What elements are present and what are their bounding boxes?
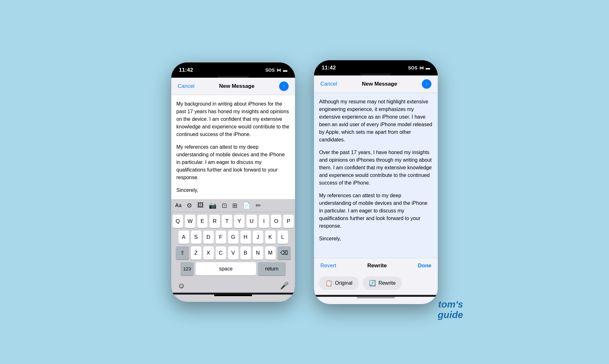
key-m[interactable]: M	[265, 246, 276, 260]
left-nav-title: New Message	[219, 83, 255, 89]
key-return[interactable]: return	[258, 262, 286, 276]
left-battery-icon: ▬	[283, 68, 287, 73]
toolbar-camera-icon[interactable]: 📷	[209, 202, 217, 209]
key-t[interactable]: T	[222, 215, 232, 228]
key-p[interactable]: P	[283, 215, 294, 228]
toolbar-file-icon[interactable]: 📄	[243, 202, 251, 209]
right-message-p1: Although my resume may not highlight ext…	[319, 98, 433, 144]
left-wifi-icon: ⋈	[277, 68, 281, 73]
left-phone: 11:42 SOS ⋈ ▬ Cancel New Message ↑ My ba…	[171, 62, 295, 302]
toolbar-aa-icon[interactable]: Aa	[175, 203, 181, 208]
key-o[interactable]: O	[271, 215, 281, 228]
key-delete[interactable]: ⌫	[278, 246, 291, 260]
left-send-button[interactable]: ↑	[279, 81, 289, 91]
key-y[interactable]: Y	[234, 215, 245, 228]
key-v[interactable]: V	[228, 246, 239, 260]
key-z[interactable]: Z	[191, 246, 201, 260]
key-b[interactable]: B	[240, 246, 251, 260]
key-i[interactable]: I	[259, 215, 269, 228]
left-emoji-icon[interactable]: ☺	[178, 281, 186, 290]
key-j[interactable]: J	[253, 231, 263, 244]
right-phone-wrapper: 11:42 SOS ⋈ ▬ Cancel New Message ↑ Altho…	[314, 60, 438, 304]
toolbar-settings-icon[interactable]: ⚙	[187, 202, 192, 209]
done-button[interactable]: Done	[418, 263, 432, 269]
key-d[interactable]: D	[203, 231, 214, 244]
key-l[interactable]: L	[278, 231, 288, 244]
right-wifi-icon: ⋈	[419, 65, 424, 70]
left-message-p1: My background in writing about iPhones f…	[176, 100, 290, 138]
key-x[interactable]: X	[203, 246, 214, 260]
right-battery-icon: ▬	[426, 65, 430, 70]
right-message-p2: Over the past 17 years, I have honed my …	[319, 149, 433, 187]
key-q[interactable]: Q	[173, 215, 183, 228]
right-phone: 11:42 SOS ⋈ ▬ Cancel New Message ↑ Altho…	[314, 60, 438, 304]
rewrite-option-button[interactable]: 🔄 Rewrite	[363, 276, 402, 290]
right-home-area	[314, 297, 438, 304]
key-num[interactable]: 123	[180, 262, 194, 276]
rewrite-option-icon: 🔄	[369, 280, 376, 287]
left-nav-bar: Cancel New Message ↑	[171, 78, 295, 95]
key-s[interactable]: S	[191, 231, 201, 244]
left-sos-text: SOS	[265, 68, 275, 73]
original-option-button[interactable]: 📋 Original	[319, 276, 359, 290]
toolbar-image-icon[interactable]: 🖼	[197, 202, 204, 209]
left-status-icons: SOS ⋈ ▬	[265, 68, 287, 73]
key-h[interactable]: H	[240, 231, 251, 244]
revert-button[interactable]: Revert	[320, 263, 336, 269]
left-cancel-button[interactable]: Cancel	[178, 83, 194, 89]
left-message-p2: My references can attest to my deep unde…	[176, 143, 290, 181]
toms-guide-branding: tom's guide	[438, 299, 463, 320]
right-sos-text: SOS	[408, 65, 417, 70]
brand-line1: tom's guide	[438, 299, 463, 320]
right-rewrite-bar: Revert Rewrite Done	[314, 258, 438, 273]
key-shift[interactable]: ⇧	[176, 246, 189, 260]
left-message-p3: Sincerely,	[176, 186, 290, 194]
left-message-area[interactable]: My background in writing about iPhones f…	[171, 95, 295, 199]
right-home-indicator	[357, 297, 395, 298]
key-space[interactable]: space	[196, 262, 256, 276]
original-icon: 📋	[325, 280, 332, 287]
toolbar-crop-icon[interactable]: ⊡	[222, 202, 227, 209]
right-nav-title: New Message	[362, 81, 397, 87]
key-f[interactable]: F	[216, 231, 226, 244]
key-r[interactable]: R	[209, 215, 220, 228]
key-k[interactable]: K	[265, 231, 276, 244]
right-rewrite-area[interactable]: Although my resume may not highlight ext…	[314, 93, 438, 258]
key-row-bottom: 123 space return	[173, 262, 294, 276]
left-mic-icon[interactable]: 🎤	[280, 282, 289, 290]
left-keyboard: Q W E R T Y U I O P A S D F G H J K	[171, 212, 295, 279]
key-g[interactable]: G	[228, 231, 239, 244]
left-keyboard-toolbar: Aa ⚙ 🖼 📷 ⊡ ⊞ 📄 ✏	[171, 199, 295, 212]
original-label: Original	[335, 280, 352, 286]
rewrite-option-label: Rewrite	[378, 280, 396, 286]
left-send-icon: ↑	[283, 84, 285, 89]
left-status-bar: 11:42 SOS ⋈ ▬	[171, 62, 295, 76]
right-nav-bar: Cancel New Message ↑	[314, 75, 438, 93]
right-send-icon: ↑	[425, 81, 428, 87]
right-status-time: 11:42	[322, 65, 336, 71]
right-send-button[interactable]: ↑	[422, 79, 431, 89]
right-message-p3: My references can attest to my deep unde…	[319, 192, 433, 230]
left-status-time: 11:42	[179, 67, 193, 73]
key-e[interactable]: E	[197, 215, 208, 228]
toolbar-layout-icon[interactable]: ⊞	[232, 202, 238, 209]
key-u[interactable]: U	[246, 215, 257, 228]
right-message-p4: Sincerely,	[319, 235, 433, 243]
left-home-area	[171, 295, 295, 302]
left-home-indicator	[214, 295, 252, 296]
right-status-icons: SOS ⋈ ▬	[408, 65, 430, 70]
right-rewrite-options: 📋 Original 🔄 Rewrite	[314, 273, 438, 295]
rewrite-bar-title: Rewrite	[367, 263, 387, 269]
left-phone-wrapper: 11:42 SOS ⋈ ▬ Cancel New Message ↑ My ba…	[171, 62, 295, 302]
left-keyboard-bottom: ☺ 🎤	[171, 279, 295, 293]
key-w[interactable]: W	[185, 215, 195, 228]
key-row-1: Q W E R T Y U I O P	[173, 215, 294, 228]
right-status-bar: 11:42 SOS ⋈ ▬	[314, 60, 438, 74]
key-row-2: A S D F G H J K L	[173, 231, 294, 244]
key-n[interactable]: N	[253, 246, 263, 260]
key-row-3: ⇧ Z X C V B N M ⌫	[173, 246, 294, 260]
key-c[interactable]: C	[216, 246, 226, 260]
toolbar-pen-icon[interactable]: ✏	[256, 202, 261, 209]
right-cancel-button[interactable]: Cancel	[320, 81, 337, 87]
key-a[interactable]: A	[179, 231, 189, 244]
